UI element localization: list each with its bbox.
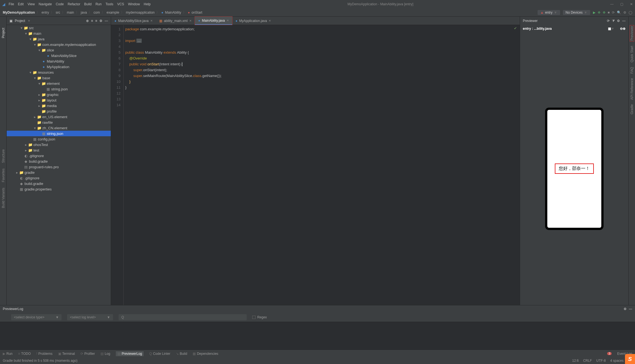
gear-icon[interactable]: ⚙: [617, 19, 620, 23]
tool-gradle[interactable]: Gradle: [630, 104, 634, 114]
menu-view[interactable]: View: [28, 2, 35, 6]
tool-quickstart[interactable]: Quick Start: [630, 46, 634, 62]
gear-icon[interactable]: ⚙: [99, 19, 102, 23]
menu-file[interactable]: File: [9, 2, 14, 6]
crumb[interactable]: mydemoapplication: [126, 11, 155, 14]
menu-code[interactable]: Code: [56, 2, 64, 6]
tree-item[interactable]: ▾📁resources: [7, 70, 111, 75]
run-config-selector[interactable]: ▲entry▼: [538, 10, 560, 15]
tree-item[interactable]: ▸📁media: [7, 103, 111, 108]
editor-tab[interactable]: ●MainAbility.java✕: [195, 17, 232, 25]
sync-icon[interactable]: ⟳: [612, 11, 615, 14]
toolwindow-button[interactable]: ▦Dependencies: [193, 351, 218, 356]
log-level-select[interactable]: <select log level>▼: [67, 314, 113, 320]
menu-run[interactable]: Run: [95, 2, 102, 6]
tree-item[interactable]: ▸📁test: [7, 147, 111, 153]
tree-item[interactable]: ▸📁graphic: [7, 92, 111, 97]
toolwindow-button[interactable]: ▤Log: [100, 351, 110, 356]
tree-item[interactable]: ◐.gitignore: [7, 153, 111, 159]
tree-item[interactable]: ▸📁layout: [7, 97, 111, 103]
tree-item[interactable]: ▾📁element: [7, 81, 111, 86]
crumb[interactable]: main: [67, 11, 74, 14]
editor-tab[interactable]: ●MyApplication.java✕: [232, 17, 274, 25]
settings-icon[interactable]: ⚙: [623, 11, 626, 14]
toolwindow-button[interactable]: !Problems: [36, 351, 52, 356]
tool-project[interactable]: Project: [1, 28, 5, 38]
tool-favorites[interactable]: Favorites: [1, 169, 5, 182]
close-tab-icon[interactable]: ✕: [227, 19, 229, 22]
toolwindow-button[interactable]: ▤PreviewerLog: [116, 351, 144, 356]
tree-item[interactable]: ▾📁main: [7, 31, 111, 36]
run-icon[interactable]: ▶: [593, 11, 595, 14]
tree-item[interactable]: ▤proguard-rules.pro: [7, 164, 111, 170]
zoom-in-icon[interactable]: ⊕: [623, 27, 626, 31]
regex-checkbox[interactable]: Regex: [252, 315, 267, 319]
tree-item[interactable]: ▦config.json: [7, 136, 111, 142]
editor-tab[interactable]: ●MainAbilitySlice.java✕: [111, 17, 156, 25]
profile-icon[interactable]: ❉: [603, 11, 605, 14]
tree-item[interactable]: ●MainAbilitySlice: [7, 53, 111, 58]
zoom-out-icon[interactable]: ⊖: [620, 27, 623, 31]
crumb[interactable]: example: [107, 11, 119, 14]
crumb[interactable]: java: [81, 11, 87, 14]
toolwindow-button[interactable]: ⟳Profiler: [80, 351, 95, 356]
menu-navigate[interactable]: Navigate: [39, 2, 52, 6]
close-tab-icon[interactable]: ✕: [150, 19, 153, 22]
hide-icon[interactable]: —: [629, 307, 632, 311]
close-tab-icon[interactable]: ✕: [189, 19, 192, 22]
indent[interactable]: 4 spaces: [610, 359, 624, 363]
project-label[interactable]: Project: [15, 19, 25, 23]
tool-structure[interactable]: Structure: [1, 149, 5, 163]
tool-api[interactable]: API Reference: [630, 78, 634, 100]
tree-item[interactable]: ▸📁en_US.element: [7, 114, 111, 120]
tree-item[interactable]: ●MyApplication: [7, 64, 111, 70]
tree-item[interactable]: ▾📁slice: [7, 47, 111, 53]
hide-icon[interactable]: —: [105, 19, 108, 23]
menu-tools[interactable]: Tools: [106, 2, 113, 6]
search-icon[interactable]: 🔍: [617, 11, 621, 14]
locate-icon[interactable]: ⊕: [86, 19, 89, 23]
tool-faq[interactable]: FAQ: [630, 67, 634, 74]
gear-icon[interactable]: ⚙: [624, 307, 627, 311]
menu-edit[interactable]: Edit: [18, 2, 24, 6]
toolwindow-button[interactable]: ▣Terminal: [58, 351, 75, 356]
editor-tab[interactable]: ▦ability_main.xml✕: [156, 17, 195, 25]
encoding[interactable]: UTF-8: [596, 359, 606, 363]
device-type-select[interactable]: <select device type>▼: [11, 314, 62, 320]
tree-item[interactable]: ▾📁java: [7, 36, 111, 42]
tree-item[interactable]: ▾📁base: [7, 75, 111, 81]
tree-item[interactable]: ▦gradle.properties: [7, 186, 111, 192]
minimize-icon[interactable]: —: [610, 2, 614, 6]
refresh-icon[interactable]: ⟳: [607, 19, 610, 23]
maximize-icon[interactable]: ▢: [620, 2, 623, 6]
project-tree[interactable]: ▾📁src▾📁main▾📁java▾📁com.example.mydemoapp…: [7, 25, 111, 305]
crumb[interactable]: entry: [41, 11, 49, 14]
expand-icon[interactable]: ≡: [91, 19, 93, 23]
menu-window[interactable]: Window: [128, 2, 140, 6]
tree-item[interactable]: ●MainAbility: [7, 58, 111, 64]
tree-item[interactable]: ▦string.json: [7, 131, 111, 136]
toolwindow-button[interactable]: ≡TODO: [18, 351, 31, 356]
toolwindow-button[interactable]: ▶Run: [3, 351, 13, 356]
close-tab-icon[interactable]: ✕: [269, 19, 271, 22]
tree-item[interactable]: ◐.gitignore: [7, 175, 111, 181]
crumb-project[interactable]: MyDemoApplication: [3, 11, 35, 14]
tree-item[interactable]: ▸📁gradle: [7, 170, 111, 175]
caret-position[interactable]: 12:6: [572, 359, 578, 363]
line-separator[interactable]: CRLF: [583, 359, 592, 363]
device-selector[interactable]: No Devices▼: [563, 10, 590, 15]
log-search-input[interactable]: Q: [119, 314, 247, 320]
menu-refactor[interactable]: Refactor: [68, 2, 80, 6]
close-icon[interactable]: ✕: [630, 2, 633, 6]
toolwindow-button[interactable]: QCode Linter: [149, 351, 170, 356]
menu-build[interactable]: Build: [84, 2, 92, 6]
tool-build-variants[interactable]: Build Variants: [1, 188, 5, 208]
tree-item[interactable]: 📁profile: [7, 108, 111, 114]
code-area[interactable]: ✔ package com.example.mydemoapplication;…: [124, 25, 520, 305]
toolwindow-button[interactable]: ↘Build: [176, 351, 187, 356]
account-icon[interactable]: ◯: [629, 11, 632, 14]
filter-icon[interactable]: ⧩: [612, 19, 615, 23]
debug-icon[interactable]: ❉: [598, 11, 600, 14]
tree-item[interactable]: ▾📁com.example.mydemoapplication: [7, 42, 111, 47]
grid-icon[interactable]: ▦: [608, 27, 611, 31]
